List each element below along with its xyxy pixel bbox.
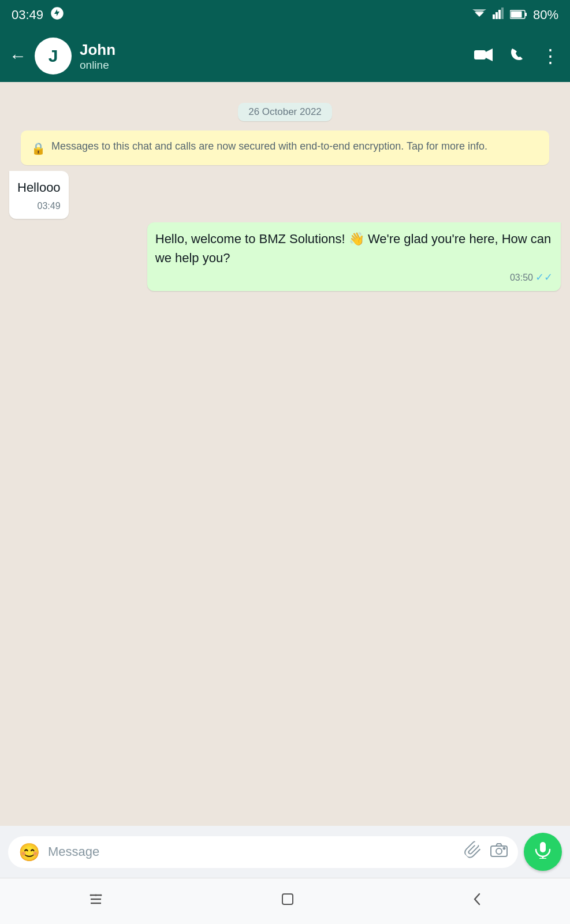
chat-content: 26 October 2022 🔒 Messages to this chat … [9,103,561,291]
status-time: 03:49 [12,8,43,23]
message-text: Hellooo [17,178,61,197]
status-bar-left: 03:49 [12,6,64,24]
message-input[interactable] [48,844,458,859]
svg-rect-9 [511,12,521,18]
messages-container: Hellooo 03:49 Hello, welcome to BMZ Solu… [9,171,561,291]
battery-icon [510,8,527,23]
video-call-button[interactable] [474,47,493,65]
read-receipts: ✓✓ [535,270,553,285]
message-row: Hello, welcome to BMZ Solutions! 👋 We're… [9,222,561,291]
svg-marker-11 [486,49,493,61]
nav-bar [0,878,570,924]
message-text: Hello, welcome to BMZ Solutions! 👋 We're… [155,229,553,267]
svg-rect-8 [525,13,527,16]
message-time: 03:50 [510,271,533,285]
svg-marker-2 [472,9,486,14]
message-bubble-incoming[interactable]: Hellooo 03:49 [9,171,69,219]
camera-button[interactable] [490,843,508,862]
chat-header: ← J John online ⋮ [0,30,570,82]
svg-rect-24 [282,894,293,904]
message-time: 03:49 [38,199,61,213]
recent-apps-button[interactable] [87,892,105,911]
security-notice[interactable]: 🔒 Messages to this chat and calls are no… [21,131,549,165]
signal-icon [493,8,504,23]
svg-rect-3 [493,14,495,19]
status-bar: 03:49 [0,0,570,30]
message-meta: 03:50 ✓✓ [155,270,553,285]
contact-avatar: J [35,38,72,74]
more-options-button[interactable]: ⋮ [541,45,561,67]
phone-call-button[interactable] [509,46,525,66]
whatsapp-status-icon [50,6,64,24]
emoji-button[interactable]: 😊 [18,842,40,862]
svg-rect-6 [501,8,504,19]
svg-rect-5 [498,10,501,19]
wifi-icon [472,8,487,23]
input-bar: 😊 [0,826,570,878]
contact-info[interactable]: John online [80,41,466,72]
message-meta: 03:49 [17,199,61,213]
battery-percent: 80% [533,8,558,23]
attach-button[interactable] [461,839,487,865]
lock-icon: 🔒 [31,140,46,157]
back-nav-button[interactable] [471,891,483,912]
message-bubble-outgoing[interactable]: Hello, welcome to BMZ Solutions! 👋 We're… [147,222,561,291]
mic-icon [535,841,551,863]
input-wrapper: 😊 [8,836,518,868]
header-actions: ⋮ [474,45,561,67]
date-badge: 26 October 2022 [238,103,332,121]
date-separator: 26 October 2022 [9,103,561,121]
message-row: Hellooo 03:49 [9,171,561,219]
chat-area: 26 October 2022 🔒 Messages to this chat … [0,82,570,826]
back-button[interactable]: ← [9,46,27,66]
status-bar-right: 80% [472,8,558,23]
contact-status: online [80,59,466,72]
mic-button[interactable] [524,833,562,871]
svg-rect-15 [540,842,546,852]
security-text: Messages to this chat and calls are now … [51,139,487,154]
svg-point-14 [504,847,505,849]
svg-point-13 [496,848,502,854]
svg-rect-10 [474,50,486,59]
svg-rect-4 [496,12,498,19]
home-button[interactable] [279,891,296,912]
contact-name: John [80,41,466,59]
